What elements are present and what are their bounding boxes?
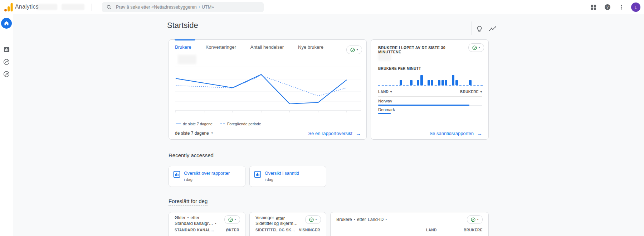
minute-slot [399,80,402,85]
advertising-icon [3,71,10,77]
country-row[interactable]: Norway [378,98,482,106]
users-column-header[interactable]: BRUKERE ▾ [460,90,482,94]
tab-brukere[interactable]: Brukere [175,44,191,50]
data-quality-badge[interactable]: ▾ [468,43,484,52]
country-row[interactable]: Denmark [378,106,482,114]
minute-slot [469,80,472,85]
overview-metrics-card: BrukereKonverteringerAntall hendelserNye… [169,39,367,140]
chevron-down-icon: ▾ [385,218,387,221]
realtime-report-link[interactable]: Se sanntidsrapporten → [429,131,482,136]
suggested-card-users-by-country[interactable]: Brukere ▾ etter Land-ID ▾ ▾ LAND BRUKERE [330,212,489,236]
search-input[interactable] [115,4,259,10]
recently-accessed-title: Recently accessed [169,152,214,158]
minute-slot [416,80,420,85]
minute-bar [445,80,447,85]
country-column-header[interactable]: LAND ▾ [378,90,392,94]
dimension-selector[interactable]: Sidetittel og skjerm… [255,221,298,226]
page-title: Startside [167,21,198,30]
analytics-home-screen: Analytics ? [0,0,644,236]
data-quality-badge[interactable]: ▾ [467,215,483,224]
country-table: NorwayDenmark [378,97,482,114]
minute-bar [428,80,430,85]
active-tab-indicator [175,39,195,40]
minute-slot [427,80,430,85]
dimension-column-header[interactable]: STANDARD KANAL… [175,228,214,233]
legend-item: de siste 7 dagene [176,122,213,126]
search-icon [106,4,112,10]
users-per-minute-label: BRUKERE PER MINUTT [378,67,421,71]
minute-bar [431,80,433,85]
arrow-right-icon: → [356,131,361,136]
recent-item-card[interactable]: Oversikt over rapporteri dag [169,166,245,187]
green-check-icon [350,48,355,52]
trend-insights-icon[interactable] [488,25,497,33]
tab-nye-brukere[interactable]: Nye brukere [298,44,323,50]
chevron-down-icon: ▾ [477,218,478,221]
metric-column-header[interactable]: ØKTER [226,228,240,233]
recently-accessed-cards: Oversikt over rapporteri dagOversikt i s… [169,166,326,187]
green-check-icon [471,217,475,222]
data-quality-badge[interactable]: ▾ [346,45,362,54]
chevron-down-icon: ▾ [478,46,480,49]
table-divider [378,96,482,97]
redacted-account-name [36,4,57,10]
dimension-column-header[interactable]: LAND [426,228,437,233]
tab-antall-hendelser[interactable]: Antall hendelser [250,44,284,50]
chevron-down-icon: ▾ [480,91,482,93]
analytics-logo[interactable] [4,3,13,12]
avatar[interactable]: L [631,3,640,12]
sidebar-item-explore[interactable] [0,59,13,65]
green-check-icon [228,217,233,222]
chart-legend: de siste 7 dageneForegående periode [176,122,261,126]
chevron-down-icon: ▾ [356,48,358,51]
recent-item-time: i dag [265,177,299,182]
minute-bar [417,80,419,85]
minute-slot [420,75,424,85]
dimension-column-header[interactable]: SIDETITTEL OG SK… [255,228,295,233]
minute-slot [451,75,455,85]
app-name: Analytics [15,4,39,10]
recent-item-title[interactable]: Oversikt over rapporter [184,171,230,176]
date-range-selector[interactable]: de siste 7 dagene ▾ [175,131,213,136]
sidebar-item-reports[interactable] [0,47,13,53]
minute-slot [430,80,434,85]
arrow-right-icon: → [477,131,482,136]
realtime-card: BRUKERE I LØPET AV DE SISTE 30 MINUTTENE… [371,39,489,140]
redacted-metric-value [378,53,391,61]
reports-overview-link[interactable]: Se en rapportoversikt → [308,131,361,136]
country-name: Norway [378,98,482,105]
metric-selector[interactable]: Visninger [255,215,274,221]
dimension-selector[interactable]: Standard kanalgr… [175,221,213,226]
sidebar-item-advertising[interactable] [0,71,13,77]
header-divider [92,4,92,11]
metric-selector[interactable]: Brukere [336,217,352,222]
dimension-selector[interactable]: Land-ID [368,217,384,222]
minute-slot [441,80,444,85]
global-search[interactable] [102,2,264,12]
date-range-label: de siste 7 dagene [175,131,209,136]
line-series-current [176,74,347,104]
suggested-card-sessions-by-channel[interactable]: Økter ▾ etter Standard kanalgr… ▾ ▾ STAN… [169,212,245,236]
minute-slot [437,80,441,85]
more-options-icon[interactable] [617,3,626,11]
recent-item-title[interactable]: Oversikt i sanntid [265,171,299,176]
sidebar-item-home[interactable] [0,18,13,29]
suggested-title: Foreslått for deg [169,198,208,206]
metric-column-header[interactable]: VISNINGER [299,228,320,233]
recent-item-card[interactable]: Oversikt i sanntidi dag [249,166,326,187]
link-label: Se sanntidsrapporten [429,131,474,136]
suggested-card-views-by-page[interactable]: Visninger etter Sidetittel og skjerm… ▾ … [249,212,326,236]
tab-konverteringer[interactable]: Konverteringer [206,44,236,50]
top-bar: Analytics ? [0,0,644,14]
apps-grid-icon[interactable] [589,3,598,11]
green-check-icon [472,45,477,50]
metric-selector[interactable]: Økter [175,215,186,220]
redacted-property-name [62,4,84,10]
minute-bar [400,80,402,85]
metric-column-header[interactable]: BRUKERE [464,228,483,233]
data-quality-badge[interactable]: ▾ [305,215,321,224]
data-quality-badge[interactable]: ▾ [224,215,240,224]
insights-lightbulb-icon[interactable] [475,25,484,33]
help-icon[interactable]: ? [603,3,612,11]
chevron-down-icon: ▾ [215,222,216,225]
